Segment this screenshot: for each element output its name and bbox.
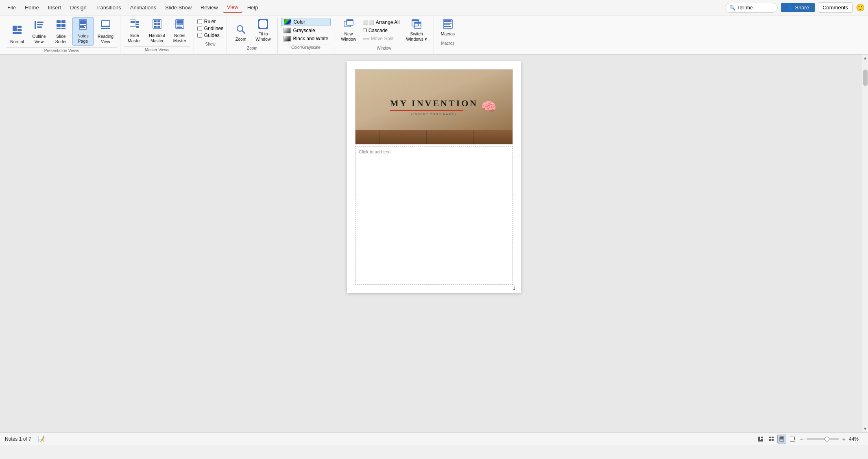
ribbon-group-color: Color Grayscale Black and White Color/Gr… (278, 17, 335, 54)
zoom-track[interactable] (807, 438, 839, 440)
status-normal-view-button[interactable] (756, 435, 765, 444)
fit-to-window-icon (258, 19, 268, 31)
svg-rect-20 (102, 21, 109, 26)
outline-view-button[interactable]: OutlineView (28, 18, 50, 46)
notes-canvas-area[interactable]: MY INVENTION <INSERT YOUR NAME> 🧠 (0, 55, 868, 432)
normal-view-button[interactable]: Normal (7, 23, 28, 46)
zoom-plus-button[interactable]: + (842, 436, 846, 442)
notes-page-label: NotesPage (77, 33, 88, 44)
ruler-check-input[interactable] (197, 19, 202, 24)
share-label: Share (795, 4, 809, 11)
guides-check-input[interactable] (197, 33, 202, 38)
svg-rect-0 (13, 26, 17, 31)
zoom-percent[interactable]: 44% (849, 436, 863, 442)
status-notes-page-button[interactable] (777, 435, 786, 444)
zoom-icon (236, 24, 246, 36)
zoom-buttons: Zoom Fit toWindow (230, 17, 274, 44)
svg-rect-66 (772, 439, 774, 441)
scroll-up-arrow[interactable]: ▲ (862, 55, 868, 61)
slide-master-button[interactable]: SlideMaster (124, 17, 145, 45)
switch-windows-icon (411, 19, 422, 31)
notes-icon[interactable]: 📝 (38, 436, 45, 442)
fit-to-window-button[interactable]: Fit toWindow (252, 17, 274, 43)
zoom-button[interactable]: Zoom (230, 22, 251, 44)
slide-master-label: SlideMaster (128, 33, 141, 43)
menu-file[interactable]: File (3, 3, 20, 12)
menu-review[interactable]: Review (196, 3, 222, 12)
svg-rect-9 (61, 20, 65, 23)
notes-master-button[interactable]: NotesMaster (169, 17, 190, 45)
cascade-button[interactable]: ❐ Cascade (361, 27, 401, 34)
scroll-down-arrow[interactable]: ▼ (862, 425, 868, 432)
guides-checkbox[interactable]: Guides (197, 33, 223, 38)
ribbon-group-window: NewWindow ⬜⬜ Arrange All ❐ Cascade ⟺ Mov… (334, 17, 434, 54)
grayscale-button[interactable]: Grayscale (281, 27, 331, 34)
ribbon-group-show: Ruler Gridlines Guides Show (194, 17, 227, 54)
svg-rect-38 (177, 26, 181, 26)
svg-rect-57 (444, 24, 450, 25)
slide-subtitle: <INSERT YOUR NAME> (390, 113, 478, 116)
svg-rect-34 (157, 26, 160, 28)
menu-help[interactable]: Help (243, 3, 262, 12)
svg-rect-49 (347, 20, 353, 21)
svg-rect-1 (17, 26, 22, 28)
menu-bar: File Home Insert Design Transitions Anim… (0, 0, 868, 15)
arrange-all-icon: ⬜⬜ (363, 20, 374, 25)
notes-placeholder: Click to add text (359, 149, 390, 154)
cascade-label: Cascade (369, 28, 388, 33)
new-window-button[interactable]: NewWindow (338, 17, 359, 43)
ruler-checkbox[interactable]: Ruler (197, 19, 223, 24)
show-checks: Ruler Gridlines Guides (197, 17, 223, 40)
window-label: Window (338, 45, 430, 52)
zoom-minus-button[interactable]: − (800, 436, 803, 442)
ribbon-groups: Normal OutlineView (3, 17, 865, 54)
macros-label: Macros (441, 31, 455, 37)
arrange-all-label: Arrange All (376, 20, 400, 25)
share-icon: 👤 (787, 4, 793, 11)
comments-button[interactable]: Comments (818, 2, 853, 13)
status-slide-sorter-button[interactable] (767, 435, 776, 444)
notes-text-area[interactable]: Click to add text (355, 146, 513, 285)
slide-floor (355, 130, 513, 144)
scrollbar-right[interactable]: ▲ ▼ (862, 55, 868, 432)
new-window-icon (343, 19, 354, 31)
slide-sorter-button[interactable]: SlideSorter (50, 18, 72, 46)
menu-insert[interactable]: Insert (44, 3, 65, 12)
menu-transitions[interactable]: Transitions (92, 3, 125, 12)
switch-windows-button[interactable]: SwitchWindows ▾ (403, 17, 430, 43)
status-reading-view-button[interactable] (788, 435, 797, 444)
move-split-label: Move Split (371, 36, 394, 42)
floor-plank-6 (494, 130, 494, 144)
menu-view[interactable]: View (223, 2, 242, 13)
search-box[interactable]: 🔍 Tell me (725, 3, 778, 13)
content-area: MY INVENTION <INSERT YOUR NAME> 🧠 (0, 55, 868, 432)
reading-view-icon (100, 20, 111, 33)
ribbon-group-zoom: Zoom Fit toWindow Zoom (227, 17, 277, 54)
menu-home[interactable]: Home (21, 3, 43, 12)
reading-view-button[interactable]: ReadingView (94, 18, 117, 46)
page-number: 1 (513, 286, 515, 291)
share-button[interactable]: 👤 Share (781, 3, 815, 12)
color-button[interactable]: Color (281, 18, 331, 26)
menu-slideshow[interactable]: Slide Show (161, 3, 196, 12)
arrange-all-button[interactable]: ⬜⬜ Arrange All (361, 19, 401, 26)
menu-design[interactable]: Design (66, 3, 90, 12)
emoji-icon: 🙂 (856, 3, 865, 12)
move-split-button[interactable]: ⟺ Move Split (361, 35, 401, 42)
scrollbar-thumb[interactable] (863, 70, 868, 86)
notes-master-label: NotesMaster (173, 33, 186, 43)
status-bar: Notes 1 of 7 📝 (0, 432, 868, 445)
zoom-thumb[interactable] (824, 437, 829, 442)
handout-master-button[interactable]: HandoutMaster (146, 17, 168, 45)
svg-rect-53 (414, 22, 421, 24)
notes-page-button[interactable]: NotesPage (72, 17, 94, 46)
cascade-icon: ❐ (363, 28, 367, 33)
color-swatch (284, 19, 291, 25)
svg-rect-70 (780, 440, 783, 440)
black-and-white-button[interactable]: Black and White (281, 35, 331, 42)
gridlines-check-input[interactable] (197, 26, 202, 31)
menu-animations[interactable]: Animations (126, 3, 160, 12)
gridlines-checkbox[interactable]: Gridlines (197, 26, 223, 31)
macros-button[interactable]: Macros (437, 17, 458, 38)
switch-windows-label: SwitchWindows ▾ (406, 31, 427, 42)
